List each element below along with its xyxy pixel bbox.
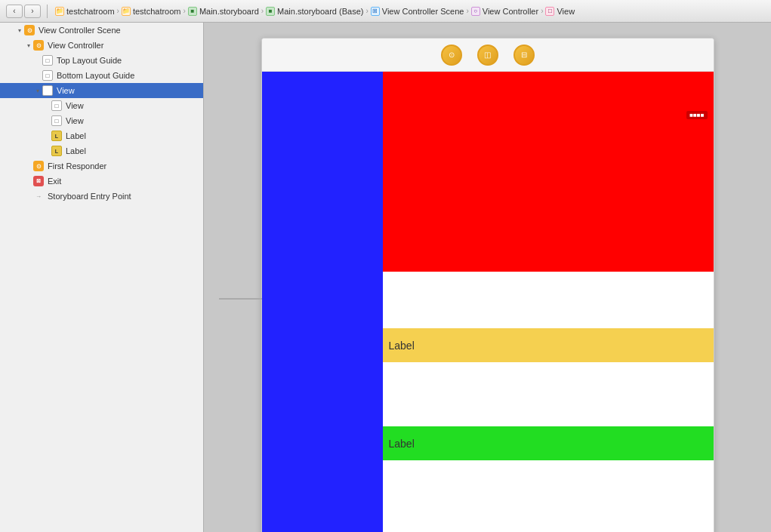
label-2-text: Label bbox=[389, 438, 415, 450]
vc-icon-sidebar: ⊙ bbox=[33, 40, 44, 51]
exit-icon: ⊠ bbox=[33, 176, 44, 186]
white-view-1 bbox=[383, 272, 714, 328]
back-button[interactable]: ‹ bbox=[6, 5, 23, 18]
arrow-line bbox=[219, 298, 264, 300]
view-bc-icon: □ bbox=[545, 7, 554, 16]
toolbar: ‹ › 📁 testchatroom › 📁 testchatroom › ■ … bbox=[0, 0, 771, 23]
forward-button[interactable]: › bbox=[24, 5, 41, 18]
vc-button-3-icon: ⊟ bbox=[521, 51, 527, 59]
breadcrumb-label-3: Main.storyboard bbox=[199, 7, 259, 16]
breadcrumb-item-7[interactable]: □ View bbox=[545, 7, 575, 16]
sidebar-item-view-2[interactable]: □ View bbox=[0, 113, 203, 128]
blue-view bbox=[262, 72, 383, 532]
view-1-icon: □ bbox=[51, 100, 62, 111]
vc-button-2[interactable]: ◫ bbox=[477, 45, 498, 66]
sidebar-label-view-2: View bbox=[66, 116, 84, 125]
breadcrumb-label-6: View Controller bbox=[483, 7, 538, 16]
sidebar-label-exit: Exit bbox=[48, 177, 61, 186]
disclosure-vc-scene bbox=[15, 26, 24, 35]
label-2-icon: L bbox=[51, 146, 62, 156]
sidebar-label-view-1: View bbox=[66, 101, 84, 110]
breadcrumb-sep-3: › bbox=[261, 7, 264, 15]
sidebar-item-label-1[interactable]: L Label bbox=[0, 128, 203, 143]
storyboard-icon-1: ■ bbox=[188, 7, 197, 16]
battery-indicator: ■■■■ bbox=[686, 111, 707, 119]
vc-button-1-icon: ⊙ bbox=[449, 51, 455, 59]
breadcrumb-label-2: testchatroom bbox=[133, 7, 181, 16]
sidebar-item-bottom-layout[interactable]: □ Bottom Layout Guide bbox=[0, 68, 203, 83]
sidebar-item-vc[interactable]: ⊙ View Controller bbox=[0, 38, 203, 53]
red-view bbox=[383, 72, 714, 272]
breadcrumb-sep-5: › bbox=[466, 7, 468, 15]
sidebar-label-entry: Storyboard Entry Point bbox=[48, 192, 131, 201]
breadcrumb-sep-4: › bbox=[365, 7, 368, 15]
device-top-bar: ⊙ ◫ ⊟ bbox=[262, 38, 714, 72]
breadcrumb-item-2[interactable]: 📁 testchatroom bbox=[122, 7, 181, 16]
vc-scene-icon: ⊙ bbox=[24, 25, 35, 35]
breadcrumb: 📁 testchatroom › 📁 testchatroom › ■ Main… bbox=[55, 7, 765, 16]
sidebar-item-vc-scene[interactable]: ⊙ View Controller Scene bbox=[0, 23, 203, 38]
sidebar-item-label-2[interactable]: L Label bbox=[0, 143, 203, 158]
breadcrumb-sep-6: › bbox=[541, 7, 543, 15]
sidebar-label-top-layout: Top Layout Guide bbox=[57, 56, 122, 65]
sidebar-label-label-2: Label bbox=[66, 146, 86, 155]
breadcrumb-label-4: Main.storyboard (Base) bbox=[277, 7, 363, 16]
sidebar-label-view-root: View bbox=[57, 86, 75, 95]
right-content: ■■■■ Label Label bbox=[383, 72, 714, 532]
canvas[interactable]: ⊙ ◫ ⊟ ■■■■ bbox=[204, 23, 771, 532]
breadcrumb-label-5: View Controller Scene bbox=[382, 7, 464, 16]
breadcrumb-item-6[interactable]: ○ View Controller bbox=[471, 7, 538, 16]
sidebar-label-vc-scene: View Controller Scene bbox=[39, 26, 121, 35]
white-view-3 bbox=[383, 460, 714, 532]
breadcrumb-item-3[interactable]: ■ Main.storyboard bbox=[188, 7, 259, 16]
yellow-label-view: Label bbox=[383, 328, 714, 362]
vc-button-1[interactable]: ⊙ bbox=[441, 45, 462, 66]
vc-button-3[interactable]: ⊟ bbox=[513, 45, 535, 66]
view-root-icon: □ bbox=[42, 85, 53, 96]
breadcrumb-label-1: testchatroom bbox=[66, 7, 115, 16]
view-content: ■■■■ Label Label bbox=[262, 72, 714, 532]
breadcrumb-label-7: View bbox=[557, 7, 575, 16]
label-1-icon: L bbox=[51, 131, 62, 141]
sidebar-label-vc: View Controller bbox=[48, 41, 103, 50]
first-responder-icon: ⊙ bbox=[33, 161, 44, 171]
sidebar-item-exit[interactable]: ⊠ Exit bbox=[0, 174, 203, 189]
label-1-text: Label bbox=[389, 340, 415, 352]
breadcrumb-sep-2: › bbox=[183, 7, 186, 15]
storyboard-icon-2: ■ bbox=[266, 7, 275, 16]
sidebar-label-bottom-layout: Bottom Layout Guide bbox=[57, 71, 134, 80]
scene-icon: ⊞ bbox=[371, 7, 380, 16]
breadcrumb-sep-1: › bbox=[117, 7, 119, 15]
breadcrumb-item-5[interactable]: ⊞ View Controller Scene bbox=[371, 7, 464, 16]
nav-buttons: ‹ › bbox=[6, 5, 48, 18]
green-label-view: Label bbox=[383, 426, 714, 460]
white-view-2 bbox=[383, 362, 714, 426]
sidebar-item-view-root[interactable]: □ View bbox=[0, 83, 203, 98]
sidebar-label-first-responder: First Responder bbox=[48, 161, 106, 171]
view-2-icon: □ bbox=[51, 115, 62, 126]
sidebar-item-top-layout[interactable]: □ Top Layout Guide bbox=[0, 53, 203, 68]
sidebar-item-first-responder[interactable]: ⊙ First Responder bbox=[0, 158, 203, 174]
disclosure-vc bbox=[24, 41, 33, 50]
device-frame: ⊙ ◫ ⊟ ■■■■ bbox=[261, 38, 714, 532]
sidebar-item-view-1[interactable]: □ View bbox=[0, 98, 203, 113]
disclosure-view-root bbox=[33, 86, 42, 95]
top-layout-icon: □ bbox=[42, 55, 53, 66]
entry-icon: → bbox=[33, 191, 44, 201]
sidebar: ⊙ View Controller Scene ⊙ View Controlle… bbox=[0, 23, 204, 532]
vc-button-2-icon: ◫ bbox=[484, 51, 491, 59]
folder-icon-2: 📁 bbox=[122, 7, 131, 16]
sidebar-item-entry-point[interactable]: → Storyboard Entry Point bbox=[0, 189, 203, 204]
folder-icon-1: 📁 bbox=[55, 7, 64, 16]
bottom-layout-icon: □ bbox=[42, 70, 53, 81]
breadcrumb-item-4[interactable]: ■ Main.storyboard (Base) bbox=[266, 7, 363, 16]
vc-icon: ○ bbox=[471, 7, 480, 16]
main-content: ⊙ View Controller Scene ⊙ View Controlle… bbox=[0, 23, 771, 532]
breadcrumb-item-1[interactable]: 📁 testchatroom bbox=[55, 7, 115, 16]
sidebar-label-label-1: Label bbox=[66, 131, 86, 140]
